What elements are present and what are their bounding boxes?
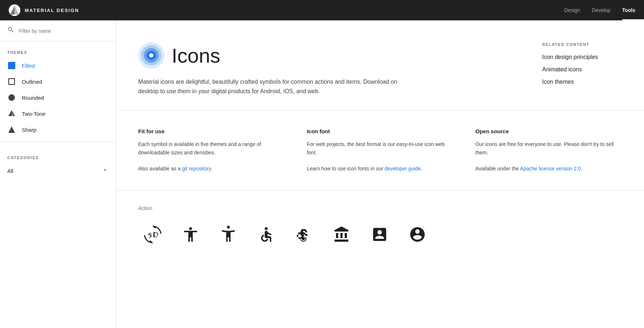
feature-title-2: Open source: [475, 128, 622, 134]
feature-desc-1: For web projects, the best format is our…: [307, 140, 454, 173]
sidebar-item-twotone[interactable]: Two-Tone: [0, 106, 116, 122]
nav-active-underline: [622, 19, 644, 20]
filled-theme-icon: [7, 61, 16, 70]
feature-desc-2: Our icons are free for everyone to use. …: [475, 140, 622, 173]
sharp-theme-icon: [7, 125, 16, 134]
feature-title-1: Icon font: [307, 128, 454, 134]
top-navigation: MATERIAL DESIGN Design Develop Tools: [0, 0, 644, 20]
themes-section-label: THEMES: [0, 42, 116, 58]
search-icon: [7, 26, 15, 35]
nav-develop[interactable]: Develop: [592, 7, 610, 13]
related-content-label: RELATED CONTENT: [542, 42, 622, 47]
hero-title-row: Icons: [138, 42, 528, 68]
hero-title: Icons: [172, 44, 220, 67]
hero-left: Icons Material icons are delightful, bea…: [138, 42, 528, 96]
sidebar-item-filled[interactable]: Filled: [0, 58, 116, 74]
icon-account-box[interactable]: [365, 220, 394, 249]
icon-account-balance[interactable]: [327, 220, 356, 249]
feature-fit-for-use: Fit for use Each symbol is available in …: [138, 128, 285, 173]
icon-accessibility[interactable]: [176, 220, 205, 249]
icon-account-circle[interactable]: [403, 220, 432, 249]
search-input[interactable]: [19, 28, 109, 34]
search-bar: [0, 20, 116, 42]
icon-accessible-forward[interactable]: [289, 220, 319, 249]
hero-right: RELATED CONTENT Icon design principles A…: [528, 42, 622, 91]
sidebar-item-sharp[interactable]: Sharp: [0, 122, 116, 138]
twotone-theme-icon: [7, 109, 16, 118]
sidebar: THEMES Filled Outlined Rounded Two-Tone: [0, 20, 116, 264]
hero-section: Icons Material icons are delightful, bea…: [116, 20, 644, 111]
icons-grid: [138, 220, 622, 249]
hero-description: Material icons are delightful, beautiful…: [138, 77, 415, 96]
rounded-theme-icon: [7, 93, 16, 102]
nav-links: Design Develop Tools: [564, 7, 635, 13]
git-repo-link[interactable]: git repository: [182, 166, 211, 171]
features-section: Fit for use Each symbol is available in …: [116, 111, 644, 191]
chevron-down-icon: [101, 166, 109, 175]
sidebar-item-label-outlined: Outlined: [22, 79, 42, 85]
feature-icon-font: Icon font For web projects, the best for…: [307, 128, 454, 173]
related-link-icon-themes[interactable]: Icon themes: [542, 79, 622, 85]
sidebar-item-label-filled: Filled: [22, 63, 35, 69]
feature-desc-0: Each symbol is available in five themes …: [138, 140, 285, 173]
outlined-theme-icon: [7, 77, 16, 86]
categories-section: All: [0, 163, 116, 186]
main-content: Icons Material icons are delightful, bea…: [116, 20, 644, 264]
sidebar-divider: [0, 142, 116, 142]
sidebar-item-label-rounded: Rounded: [22, 95, 44, 101]
svg-point-5: [149, 53, 153, 58]
apache-license-link[interactable]: Apache license version 2.0: [520, 166, 581, 171]
categories-select-value: All: [7, 168, 13, 174]
material-design-logo-icon: [9, 4, 20, 16]
related-link-design-principles[interactable]: Icon design principles: [542, 54, 622, 60]
icons-category-label: Action: [138, 205, 622, 211]
logo-group: MATERIAL DESIGN: [9, 4, 564, 16]
categories-select[interactable]: All: [7, 163, 109, 179]
sidebar-item-label-twotone: Two-Tone: [22, 111, 45, 117]
icons-page-logo: [138, 42, 164, 68]
related-link-animated-icons[interactable]: Animated icons: [542, 66, 622, 73]
sidebar-item-label-sharp: Sharp: [22, 127, 36, 133]
sidebar-item-rounded[interactable]: Rounded: [0, 90, 116, 106]
nav-design[interactable]: Design: [564, 7, 580, 13]
feature-open-source: Open source Our icons are free for every…: [475, 128, 622, 173]
icons-grid-section: Action: [116, 191, 644, 264]
categories-section-label: CATEGORIES: [0, 147, 116, 163]
nav-tools[interactable]: Tools: [622, 7, 635, 13]
logo-text: MATERIAL DESIGN: [25, 8, 79, 13]
sidebar-item-outlined[interactable]: Outlined: [0, 74, 116, 90]
developer-guide-link[interactable]: developer guide: [385, 166, 421, 171]
icon-3d-rotation[interactable]: [138, 220, 167, 249]
icon-accessible[interactable]: [252, 220, 281, 249]
svg-point-6: [265, 227, 268, 230]
feature-title-0: Fit for use: [138, 128, 285, 134]
icon-accessibility-new[interactable]: [214, 220, 243, 249]
